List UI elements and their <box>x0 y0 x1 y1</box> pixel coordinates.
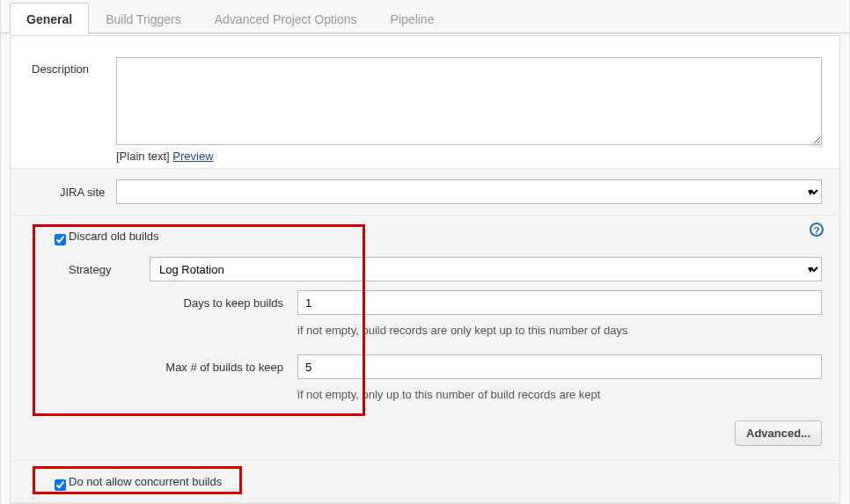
discard-checkbox-row: Discard old builds <box>11 221 839 252</box>
max-builds-hint: if not empty, only up to this number of … <box>297 381 600 405</box>
no-concurrent-builds-label: Do not allow concurrent builds <box>69 475 222 488</box>
discard-old-builds-label: Discard old builds <box>69 230 159 243</box>
description-row: Description [Plain text] Preview <box>11 36 839 168</box>
config-tabs: General Build Triggers Advanced Project … <box>1 2 849 33</box>
description-label: Description <box>11 57 116 81</box>
concurrent-checkbox-row: Do not allow concurrent builds <box>11 466 839 497</box>
strategy-label: Strategy <box>51 258 150 281</box>
days-to-keep-row: Days to keep builds <box>51 287 839 317</box>
jira-label: JIRA site <box>11 180 116 204</box>
max-builds-row: Max # of builds to keep <box>51 351 839 381</box>
advanced-button[interactable]: Advanced... <box>735 420 822 446</box>
discard-details: Strategy Log Rotation ▼ Days to keep bui… <box>11 252 839 455</box>
tab-build-triggers[interactable]: Build Triggers <box>89 3 198 33</box>
jira-site-select[interactable] <box>116 179 822 204</box>
config-content: Description [Plain text] Preview JIRA si… <box>10 35 840 504</box>
strategy-select[interactable]: Log Rotation <box>150 257 822 281</box>
days-to-keep-input[interactable] <box>297 290 822 315</box>
discard-section: ? Discard old builds Strategy Log Rotati… <box>11 215 839 460</box>
max-builds-input[interactable] <box>297 354 822 379</box>
concurrent-section: Do not allow concurrent builds <box>11 460 839 503</box>
max-builds-label: Max # of builds to keep <box>51 361 297 374</box>
job-config-page: General Build Triggers Advanced Project … <box>0 0 850 504</box>
days-to-keep-label: Days to keep builds <box>51 296 297 310</box>
jira-section: JIRA site ▼ <box>11 168 839 215</box>
days-to-keep-hint: if not empty, build records are only kep… <box>297 317 628 340</box>
no-concurrent-builds-checkbox[interactable] <box>55 479 66 491</box>
description-textarea[interactable] <box>116 57 822 145</box>
tab-pipeline[interactable]: Pipeline <box>374 3 451 33</box>
plain-text-label: [Plain text] <box>116 150 172 163</box>
description-format-row: [Plain text] Preview <box>116 150 822 163</box>
discard-old-builds-checkbox[interactable] <box>55 234 66 245</box>
tab-advanced-project-options[interactable]: Advanced Project Options <box>198 3 374 33</box>
tab-general[interactable]: General <box>10 3 89 33</box>
preview-link[interactable]: Preview <box>172 150 213 163</box>
